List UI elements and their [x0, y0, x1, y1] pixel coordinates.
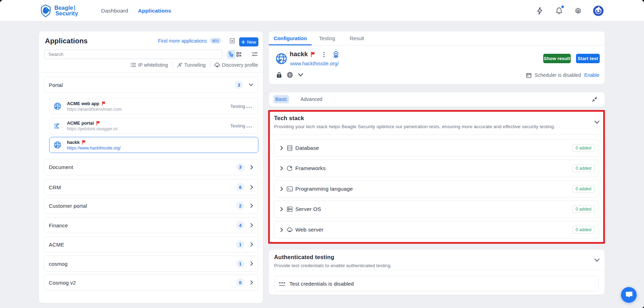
group-row-finance[interactable]: Finance 4	[44, 217, 258, 233]
discovery-profile-link[interactable]: Discovery profile	[214, 62, 258, 68]
applications-panel: Applications Find more applications 801 …	[39, 31, 263, 303]
group-row-customer-portal[interactable]: Customer portal 2	[44, 198, 258, 214]
app-url-link[interactable]: www.hackthissite.org/	[290, 61, 339, 66]
brand-logo[interactable]: Beagle Security	[40, 4, 78, 17]
search-input[interactable]	[44, 50, 222, 59]
ip-whitelisting-link[interactable]: IP whitelisting	[130, 62, 168, 68]
web-app-icon	[54, 102, 61, 110]
quick-actions-button[interactable]	[536, 7, 544, 15]
globe-icon[interactable]	[287, 72, 293, 78]
tech-row-server-os[interactable]: Server OS 0 added	[274, 200, 599, 218]
window-corner	[641, 0, 644, 3]
ip-whitelisting-icon	[130, 63, 136, 67]
lightning-icon	[536, 7, 543, 15]
top-navigation-bar: Beagle Security Dashboard Applications	[0, 0, 644, 21]
new-application-button[interactable]: New	[239, 37, 258, 46]
group-row-acme[interactable]: ACME 1	[44, 236, 258, 252]
settings-button[interactable]	[574, 7, 582, 15]
separator	[172, 63, 173, 67]
tree-view-button[interactable]	[227, 50, 235, 59]
group-count-badge: 0	[236, 278, 244, 287]
chevron-down-icon[interactable]	[594, 120, 599, 125]
group-count-badge: 1	[236, 259, 244, 268]
chat-widget-button[interactable]	[621, 287, 637, 303]
collapse-icon[interactable]	[592, 97, 597, 102]
app-row-acme-portal[interactable]: ACME portal https://petstore.swagger.io/…	[49, 118, 258, 134]
list-view-button[interactable]	[235, 50, 243, 59]
app-url: https://petstore.swagger.io/	[67, 126, 230, 131]
tab-basic[interactable]: Basic	[273, 95, 289, 103]
group-name: Finance	[49, 222, 236, 228]
nav-applications[interactable]: Applications	[138, 8, 171, 14]
separator	[210, 63, 210, 67]
text-caret	[74, 5, 75, 10]
kebab-menu-icon	[323, 52, 325, 57]
tab-result[interactable]: Result	[342, 31, 371, 45]
chevron-down-icon[interactable]	[298, 73, 303, 76]
test-credentials-row[interactable]: Test credentials is disabled	[274, 276, 599, 291]
group-count-badge: 4	[236, 221, 244, 229]
chevron-right-icon	[250, 280, 253, 285]
loading-dots	[247, 126, 252, 127]
tech-row-programming-language[interactable]: Programming language 0 added	[274, 180, 599, 198]
group-count-badge: 6	[236, 183, 244, 191]
filter-icon[interactable]	[252, 51, 258, 57]
app-status: Testing	[230, 123, 252, 129]
tech-stack-title: Tech stack	[274, 115, 304, 122]
group-row-cosmog[interactable]: cosmog 1	[44, 256, 258, 272]
group-row-cosmog-v2[interactable]: Cosmog v2 0	[44, 274, 258, 291]
tab-advanced[interactable]: Advanced	[301, 96, 322, 102]
app-name: hackk	[67, 140, 79, 145]
app-row-hackk[interactable]: hackk https://www.hackthissite.org/	[49, 137, 258, 153]
flag-icon[interactable]	[311, 52, 316, 57]
certification-badge-icon[interactable]	[332, 51, 340, 58]
tech-row-database[interactable]: Database 0 added	[274, 139, 599, 157]
find-more-applications-link[interactable]: Find more applications	[158, 38, 207, 44]
tab-configuration[interactable]: Configuration	[269, 31, 312, 45]
web-app-icon	[275, 53, 287, 65]
group-row-crm[interactable]: CRM 6	[44, 179, 258, 195]
divider	[269, 134, 605, 135]
gear-icon	[574, 7, 582, 15]
tunneling-link[interactable]: Tunneling	[177, 62, 206, 68]
notification-dot	[561, 5, 564, 8]
chevron-right-icon	[250, 262, 253, 266]
start-test-button[interactable]: Start test	[576, 54, 600, 63]
lock-icon[interactable]	[276, 72, 282, 78]
user-avatar[interactable]	[593, 6, 604, 16]
ip-whitelisting-label: IP whitelisting	[138, 62, 168, 68]
detail-tabs: Configuration Testing Result	[269, 31, 605, 45]
tab-testing[interactable]: Testing	[312, 31, 342, 45]
notifications-button[interactable]	[555, 7, 563, 15]
group-row-document[interactable]: Document 3	[44, 159, 258, 175]
test-credentials-text: Test credentials is disabled	[289, 281, 354, 287]
scheduler-row: Scheduler is disabled Enable	[526, 72, 599, 78]
group-name: CRM	[49, 184, 236, 190]
page: Beagle Security Dashboard Applications	[0, 0, 644, 308]
scheduler-status-text: Scheduler is disabled	[535, 72, 581, 78]
server-icon	[287, 206, 293, 212]
app-row-acme-web-app[interactable]: ACME web app https://anandhukrishnan.com…	[49, 98, 258, 114]
chevron-right-icon	[250, 185, 253, 189]
tech-row-web-server[interactable]: Web server 0 added	[274, 221, 599, 239]
import-applications-icon[interactable]	[229, 37, 236, 44]
tech-stack-section: Tech stack Providing your tech stack hel…	[269, 111, 605, 243]
chevron-right-icon	[250, 242, 253, 247]
app-menu-button[interactable]	[321, 52, 327, 57]
password-dots-icon	[279, 281, 286, 287]
show-result-button[interactable]: Show result	[543, 54, 571, 63]
chevron-right-icon	[250, 204, 253, 208]
chevron-right-icon	[280, 228, 284, 232]
tech-row-frameworks[interactable]: Frameworks 0 added	[274, 160, 599, 177]
app-name: ACME web app	[67, 101, 99, 106]
nav-dashboard[interactable]: Dashboard	[101, 8, 128, 14]
divider	[269, 270, 605, 270]
scheduler-enable-link[interactable]: Enable	[584, 72, 599, 78]
plus-icon	[241, 40, 245, 44]
group-count-badge: 2	[236, 201, 244, 210]
brand-line2: Security	[55, 11, 78, 17]
authenticated-testing-title: Authenticated testing	[274, 254, 334, 261]
list-view-icon	[236, 52, 242, 57]
chevron-down-icon[interactable]	[594, 258, 599, 263]
group-row-portal[interactable]: Portal 3	[44, 77, 258, 93]
